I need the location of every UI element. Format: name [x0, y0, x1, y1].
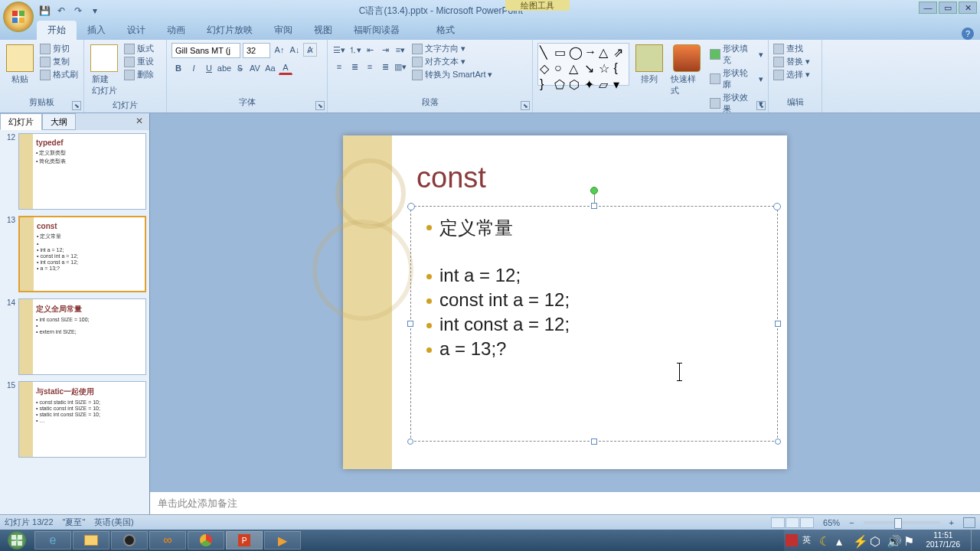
select-button[interactable]: 选择▾	[773, 69, 810, 80]
tab-design[interactable]: 设计	[116, 21, 156, 40]
panel-tab-slides[interactable]: 幻灯片	[0, 113, 42, 130]
slide-title[interactable]: const	[416, 161, 486, 194]
slide-canvas[interactable]: const 定义常量int a = 12;const int a = 12;in…	[343, 135, 787, 469]
bullet-item[interactable]: int const a = 12;	[426, 314, 762, 335]
grow-font-button[interactable]: A↑	[273, 43, 286, 57]
shape-oval-icon[interactable]: ◯	[569, 45, 583, 60]
reset-button[interactable]: 重设	[124, 56, 154, 67]
slide-thumbnail[interactable]: const • 定义常量• • int a = 12;• const int a…	[18, 216, 146, 292]
justify-button[interactable]: ≣	[378, 60, 392, 73]
zoom-slider[interactable]	[864, 521, 940, 524]
bullet-item[interactable]: const int a = 12;	[426, 289, 762, 311]
save-icon[interactable]: 💾	[38, 5, 51, 17]
taskbar-obs[interactable]	[111, 531, 148, 549]
shrink-font-button[interactable]: A↓	[288, 43, 302, 57]
slide-thumbnail[interactable]: typedef • 定义新类型• 简化类型表	[18, 133, 146, 210]
clipboard-launcher[interactable]: ⬊	[72, 101, 81, 110]
format-painter-button[interactable]: 格式刷	[40, 69, 78, 80]
zoom-level[interactable]: 65%	[823, 518, 840, 527]
zoom-out-button[interactable]: −	[849, 518, 854, 527]
tab-review[interactable]: 审阅	[263, 21, 303, 40]
zoom-in-button[interactable]: +	[949, 518, 954, 527]
text-direction-button[interactable]: 文字方向▾	[412, 43, 492, 54]
close-button[interactable]: ✕	[959, 2, 977, 14]
normal-view-button[interactable]	[771, 517, 785, 528]
font-launcher[interactable]: ⬊	[315, 101, 325, 110]
maximize-button[interactable]: ▭	[939, 2, 957, 14]
resize-handle-bl[interactable]	[407, 439, 413, 445]
align-center-button[interactable]: ≣	[348, 60, 361, 73]
thumbnails-list[interactable]: 12 typedef • 定义新类型• 简化类型表 13 const • 定义常…	[0, 130, 149, 514]
help-icon[interactable]: ?	[962, 28, 974, 40]
tab-foxit[interactable]: 福昕阅读器	[343, 21, 410, 40]
slide-thumbnail[interactable]: 定义全局常量 • int const SIZE = 100;• • extern…	[18, 298, 146, 375]
show-desktop-button[interactable]	[971, 530, 978, 551]
align-right-button[interactable]: ≡	[363, 60, 377, 73]
tab-slideshow[interactable]: 幻灯片放映	[196, 21, 263, 40]
strike-button[interactable]: S̶	[233, 61, 247, 75]
font-color-button[interactable]: A	[279, 61, 292, 75]
find-button[interactable]: 查找	[773, 43, 810, 54]
change-case-button[interactable]: Aa	[263, 61, 277, 75]
align-left-button[interactable]: ≡	[332, 60, 346, 73]
numbering-button[interactable]: ⒈▾	[348, 43, 361, 57]
tray-volume-icon[interactable]: 🔊	[887, 534, 899, 546]
resize-handle-mr[interactable]	[775, 321, 781, 327]
smartart-button[interactable]: 转换为 SmartArt▾	[412, 69, 492, 80]
shadow-button[interactable]: abe	[217, 61, 231, 75]
tray-flag-icon[interactable]: ⚑	[903, 534, 916, 546]
shapes-gallery[interactable]: ╲▭◯→△⇗ ◇○△↘☆{ }⬠⬡✦▱▾	[537, 43, 629, 86]
redo-icon[interactable]: ↷	[72, 5, 84, 17]
tab-format[interactable]: 格式	[426, 21, 466, 40]
taskbar-chrome[interactable]	[188, 531, 224, 549]
shape-effects-button[interactable]: 形状效果▾	[710, 92, 763, 115]
status-language[interactable]: 英语(美国)	[94, 517, 133, 528]
resize-handle-bm[interactable]	[591, 439, 597, 445]
char-spacing-button[interactable]: AV	[248, 61, 262, 75]
layout-button[interactable]: 版式	[124, 43, 154, 54]
shape-line-icon[interactable]: ╲	[540, 45, 553, 60]
clear-format-button[interactable]: A̷	[303, 43, 317, 57]
bullet-item[interactable]: a = 13;?	[426, 338, 762, 360]
bullets-button[interactable]: ☰▾	[332, 43, 346, 57]
undo-icon[interactable]: ↶	[55, 5, 67, 17]
rotation-handle[interactable]	[590, 187, 598, 194]
underline-button[interactable]: U	[202, 61, 216, 75]
tab-view[interactable]: 视图	[303, 21, 343, 40]
panel-close-icon[interactable]: ✕	[136, 116, 146, 126]
shape-outline-button[interactable]: 形状轮廓▾	[710, 67, 763, 90]
tray-icon-1[interactable]	[786, 534, 798, 546]
paste-button[interactable]: 粘贴	[5, 43, 35, 86]
tab-home[interactable]: 开始	[37, 21, 77, 40]
drawing-launcher[interactable]: ⬊	[756, 101, 766, 110]
columns-button[interactable]: ▥▾	[394, 60, 407, 73]
resize-handle-br[interactable]	[775, 439, 781, 445]
shape-fill-button[interactable]: 形状填充▾	[710, 43, 763, 66]
line-spacing-button[interactable]: ≡▾	[394, 43, 407, 57]
shape-triangle-icon[interactable]: △	[599, 45, 612, 60]
slideshow-view-button[interactable]	[800, 517, 814, 528]
office-button[interactable]	[3, 2, 34, 32]
resize-handle-ml[interactable]	[407, 321, 413, 327]
panel-tab-outline[interactable]: 大纲	[42, 113, 76, 130]
tab-animation[interactable]: 动画	[156, 21, 196, 40]
tray-ime-icon[interactable]: 英	[802, 534, 815, 546]
resize-handle-tm[interactable]	[591, 203, 597, 209]
increase-indent-button[interactable]: ⇥	[378, 43, 392, 57]
start-button[interactable]	[0, 530, 34, 551]
bold-button[interactable]: B	[172, 61, 185, 75]
fit-window-button[interactable]	[963, 517, 975, 528]
tray-battery-icon[interactable]: ⚡	[853, 534, 865, 546]
shape-rect-icon[interactable]: ▭	[554, 45, 567, 60]
taskbar-ie[interactable]: e	[34, 531, 71, 549]
align-text-button[interactable]: 对齐文本▾	[412, 56, 492, 67]
font-size-combo[interactable]	[243, 43, 270, 58]
font-name-combo[interactable]	[172, 43, 240, 58]
paragraph-launcher[interactable]: ⬊	[521, 101, 530, 110]
tray-network-icon[interactable]: ⬡	[870, 534, 882, 546]
quick-styles-button[interactable]: 快速样式	[669, 43, 706, 98]
tray-expand-icon[interactable]: ▴	[836, 534, 848, 546]
notes-pane[interactable]: 单击此处添加备注	[150, 491, 980, 514]
new-slide-button[interactable]: 新建 幻灯片	[89, 43, 119, 98]
shape-more-icon[interactable]: ⇗	[613, 45, 626, 60]
